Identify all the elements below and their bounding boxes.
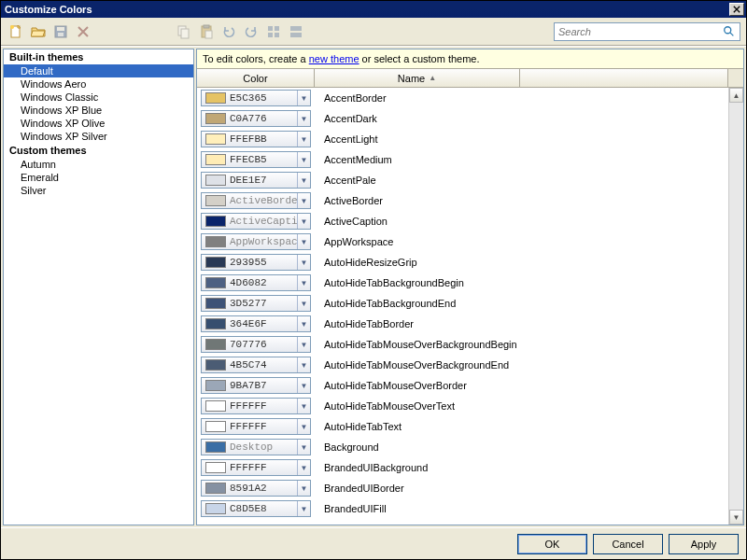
- color-dropdown[interactable]: ActiveCaption▼: [201, 213, 311, 230]
- color-row[interactable]: E5C365▼AccentBorder: [197, 88, 743, 108]
- sidebar-item[interactable]: Windows XP Blue: [4, 104, 193, 117]
- column-header-name[interactable]: Name▲: [315, 69, 520, 87]
- color-row[interactable]: DEE1E7▼AccentPale: [197, 170, 743, 190]
- chevron-down-icon[interactable]: ▼: [297, 193, 310, 208]
- color-dropdown[interactable]: C0A776▼: [201, 110, 311, 127]
- color-row[interactable]: FFFFFF▼AutoHideTabMouseOverText: [197, 396, 743, 416]
- sidebar-item[interactable]: Silver: [4, 184, 193, 197]
- color-row[interactable]: 8591A2▼BrandedUIBorder: [197, 478, 743, 498]
- color-dropdown[interactable]: FFECB5▼: [201, 151, 311, 168]
- color-dropdown[interactable]: E5C365▼: [201, 90, 311, 106]
- ok-button[interactable]: OK: [517, 534, 587, 554]
- chevron-down-icon[interactable]: ▼: [297, 378, 310, 393]
- apply-button[interactable]: Apply: [669, 534, 739, 554]
- chevron-down-icon[interactable]: ▼: [297, 316, 310, 331]
- color-dropdown[interactable]: FFEFBB▼: [201, 131, 311, 147]
- color-row[interactable]: 364E6F▼AutoHideTabBorder: [197, 314, 743, 334]
- color-dropdown[interactable]: 707776▼: [201, 336, 311, 353]
- chevron-down-icon[interactable]: ▼: [297, 234, 310, 249]
- color-dropdown[interactable]: Desktop▼: [201, 439, 311, 455]
- color-dropdown[interactable]: 9BA7B7▼: [201, 377, 311, 394]
- color-row[interactable]: AppWorkspace▼AppWorkspace: [197, 231, 743, 252]
- search-input[interactable]: [558, 24, 723, 39]
- color-row[interactable]: ActiveBorder▼ActiveBorder: [197, 190, 743, 211]
- chevron-down-icon[interactable]: ▼: [297, 399, 310, 413]
- undo-button[interactable]: [219, 22, 238, 41]
- color-row[interactable]: 707776▼AutoHideTabMouseOverBackgroundBeg…: [197, 334, 743, 355]
- color-row[interactable]: C8D5E8▼BrandedUIFill: [197, 498, 743, 519]
- new-button[interactable]: [7, 22, 25, 41]
- color-row[interactable]: FFFFFF▼AutoHideTabText: [197, 416, 743, 437]
- new-theme-link[interactable]: new theme: [309, 53, 359, 64]
- color-row[interactable]: 293955▼AutoHideResizeGrip: [197, 252, 743, 273]
- scroll-down-button[interactable]: ▼: [729, 510, 743, 525]
- color-row[interactable]: FFFFFF▼BrandedUIBackground: [197, 457, 743, 478]
- color-dropdown[interactable]: FFFFFF▼: [201, 459, 311, 476]
- chevron-down-icon[interactable]: ▼: [297, 440, 310, 455]
- color-row[interactable]: Desktop▼Background: [197, 437, 743, 457]
- chevron-down-icon[interactable]: ▼: [297, 357, 310, 372]
- color-dropdown[interactable]: ActiveBorder▼: [201, 192, 311, 209]
- chevron-down-icon[interactable]: ▼: [297, 214, 310, 229]
- color-dropdown[interactable]: 4B5C74▼: [201, 357, 311, 373]
- sort-asc-icon: ▲: [429, 74, 436, 82]
- sidebar-item[interactable]: Emerald: [4, 171, 193, 184]
- chevron-down-icon[interactable]: ▼: [297, 460, 310, 475]
- sidebar-item[interactable]: Autumn: [4, 158, 193, 171]
- chevron-down-icon[interactable]: ▼: [297, 132, 310, 147]
- chevron-down-icon[interactable]: ▼: [297, 91, 310, 105]
- chevron-down-icon[interactable]: ▼: [297, 481, 310, 496]
- color-dropdown[interactable]: 4D6082▼: [201, 274, 311, 291]
- save-button[interactable]: [51, 22, 70, 41]
- sidebar-item[interactable]: Default: [4, 64, 193, 77]
- column-header-spacer[interactable]: [520, 69, 728, 87]
- sidebar-item[interactable]: Windows Aero: [4, 77, 193, 91]
- column-header-color[interactable]: Color: [197, 69, 315, 87]
- chevron-down-icon[interactable]: ▼: [297, 419, 310, 434]
- color-dropdown[interactable]: 293955▼: [201, 254, 311, 271]
- color-row[interactable]: FFECB5▼AccentMedium: [197, 149, 743, 170]
- chevron-down-icon[interactable]: ▼: [297, 501, 310, 516]
- color-dropdown[interactable]: AppWorkspace▼: [201, 233, 311, 250]
- chevron-down-icon[interactable]: ▼: [297, 152, 310, 167]
- color-dropdown[interactable]: FFFFFF▼: [201, 418, 311, 435]
- color-dropdown[interactable]: 3D5277▼: [201, 295, 311, 312]
- paste-button[interactable]: [197, 22, 216, 41]
- color-row[interactable]: ActiveCaption▼ActiveCaption: [197, 211, 743, 231]
- chevron-down-icon[interactable]: ▼: [297, 255, 310, 270]
- theme-sidebar[interactable]: Built-in themesDefaultWindows AeroWindow…: [3, 49, 194, 525]
- copy-button[interactable]: [175, 22, 193, 41]
- vertical-scrollbar[interactable]: ▲ ▼: [728, 88, 743, 525]
- chevron-down-icon[interactable]: ▼: [297, 296, 310, 311]
- sidebar-item[interactable]: Windows XP Olive: [4, 117, 193, 130]
- color-row[interactable]: 3D5277▼AutoHideTabBackgroundEnd: [197, 293, 743, 314]
- color-row[interactable]: 4D6082▼AutoHideTabBackgroundBegin: [197, 273, 743, 293]
- view-large-button[interactable]: [287, 22, 305, 41]
- color-dropdown[interactable]: 364E6F▼: [201, 315, 311, 332]
- color-dropdown[interactable]: FFFFFF▼: [201, 398, 311, 414]
- color-dropdown[interactable]: 8591A2▼: [201, 480, 311, 497]
- scroll-up-button[interactable]: ▲: [729, 88, 743, 103]
- open-button[interactable]: [29, 22, 48, 41]
- titlebar[interactable]: Customize Colors: [1, 1, 746, 18]
- cancel-button[interactable]: Cancel: [593, 534, 663, 554]
- color-row[interactable]: 4B5C74▼AutoHideTabMouseOverBackgroundEnd: [197, 355, 743, 375]
- delete-button[interactable]: [74, 22, 92, 41]
- color-row[interactable]: C0A776▼AccentDark: [197, 108, 743, 129]
- view-small-button[interactable]: [264, 22, 283, 41]
- chevron-down-icon[interactable]: ▼: [297, 337, 310, 352]
- sidebar-item[interactable]: Windows XP Silver: [4, 130, 193, 143]
- close-button[interactable]: [729, 3, 744, 16]
- color-row[interactable]: FFEFBB▼AccentLight: [197, 129, 743, 149]
- color-name: AccentMedium: [322, 154, 392, 165]
- sidebar-item[interactable]: Windows Classic: [4, 91, 193, 104]
- search-box[interactable]: [554, 22, 740, 41]
- color-row[interactable]: 9BA7B7▼AutoHideTabMouseOverBorder: [197, 375, 743, 396]
- redo-button[interactable]: [242, 22, 261, 41]
- chevron-down-icon[interactable]: ▼: [297, 173, 310, 188]
- color-dropdown[interactable]: DEE1E7▼: [201, 172, 311, 189]
- color-dropdown[interactable]: C8D5E8▼: [201, 500, 311, 517]
- chevron-down-icon[interactable]: ▼: [297, 111, 310, 126]
- chevron-down-icon[interactable]: ▼: [297, 275, 310, 290]
- new-icon: [8, 24, 23, 39]
